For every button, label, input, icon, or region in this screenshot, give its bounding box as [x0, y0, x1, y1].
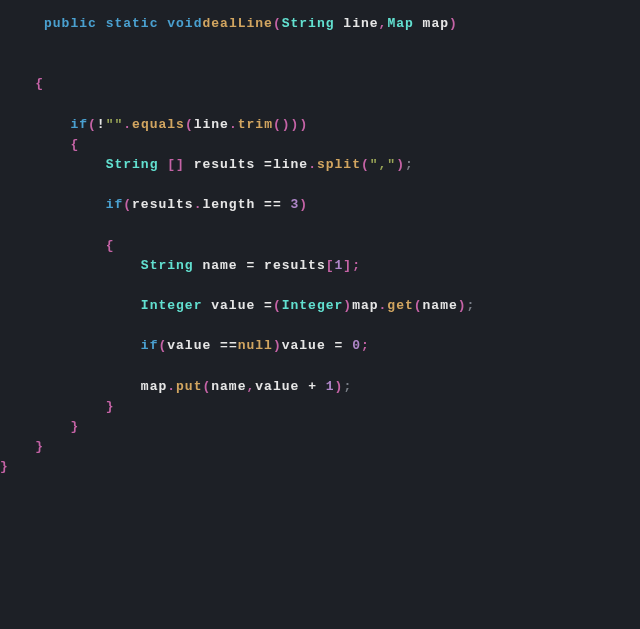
- keyword-if: if: [106, 197, 124, 212]
- code-line: String [] results =line.split(",");: [0, 157, 414, 172]
- code-line: if(results.length == 3): [0, 197, 308, 212]
- brace-close: }: [35, 439, 44, 454]
- type-integer: Integer: [141, 298, 203, 313]
- number-literal: 1: [326, 379, 335, 394]
- number-literal: 0: [352, 338, 361, 353]
- brace-open: {: [70, 137, 79, 152]
- code-line: {: [0, 76, 44, 91]
- code-block: public static voiddealLine(String line,M…: [0, 0, 640, 477]
- code-line: String name = results[1];: [0, 258, 361, 273]
- method-dealLine: dealLine: [202, 16, 272, 31]
- brace-close: }: [0, 459, 9, 474]
- code-line: }: [0, 419, 79, 434]
- keyword-if: if: [70, 117, 88, 132]
- type-string: String: [282, 16, 335, 31]
- brace-open: {: [106, 238, 115, 253]
- code-line: {: [0, 137, 79, 152]
- string-literal: ",": [370, 157, 396, 172]
- code-line: if(value ==null)value = 0;: [0, 338, 370, 353]
- brace-close: }: [70, 419, 79, 434]
- keyword-if: if: [141, 338, 159, 353]
- code-line: map.put(name,value + 1);: [0, 379, 352, 394]
- code-line: }: [0, 399, 114, 414]
- code-line: public static voiddealLine(String line,M…: [0, 16, 458, 31]
- code-line: if(!"".equals(line.trim())): [0, 117, 308, 132]
- number-literal: 3: [291, 197, 300, 212]
- keyword-public: public: [44, 16, 97, 31]
- brace-open: {: [35, 76, 44, 91]
- keyword-void: void: [167, 16, 202, 31]
- type-map: Map: [387, 16, 413, 31]
- code-line: Integer value =(Integer)map.get(name);: [0, 298, 475, 313]
- code-line: }: [0, 439, 44, 454]
- code-line: }: [0, 459, 9, 474]
- brace-close: }: [106, 399, 115, 414]
- null-literal: null: [238, 338, 273, 353]
- keyword-static: static: [106, 16, 159, 31]
- code-line: {: [0, 238, 114, 253]
- string-literal: "": [106, 117, 124, 132]
